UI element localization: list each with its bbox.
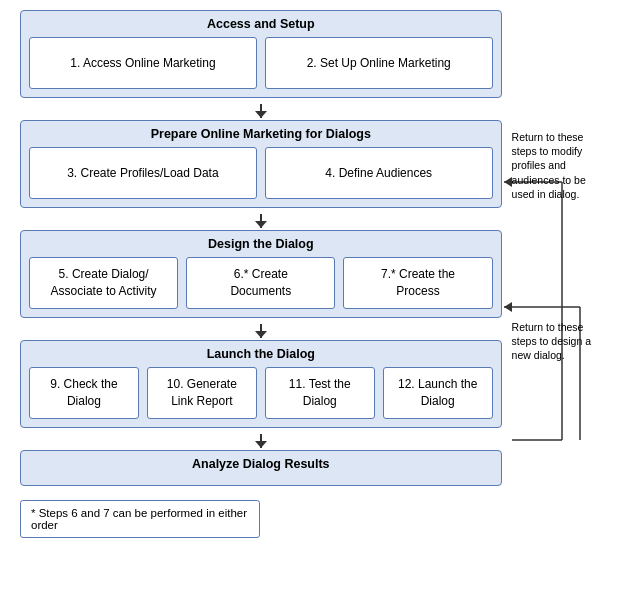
section-title-design: Design the Dialog [29,237,493,251]
box-create-dialog: 5. Create Dialog/ Associate to Activity [29,257,178,309]
box-access-marketing: 1. Access Online Marketing [29,37,257,89]
boxes-row-design: 5. Create Dialog/ Associate to Activity … [29,257,493,309]
box-generate-link: 10. Generate Link Report [147,367,257,419]
box-create-documents: 6.* Create Documents [186,257,335,309]
section-title-analyze: Analyze Dialog Results [29,457,493,471]
section-access-setup: Access and Setup 1. Access Online Market… [20,10,502,98]
section-analyze: Analyze Dialog Results [20,450,502,486]
arrow-down-2 [20,214,502,228]
annotation-return-prepare: Return to these steps to modify profiles… [512,130,594,201]
svg-marker-3 [504,177,512,187]
boxes-row-launch: 9. Check the Dialog 10. Generate Link Re… [29,367,493,419]
arrow-down-1 [20,104,502,118]
svg-marker-6 [504,302,512,312]
bottom-note: * Steps 6 and 7 can be performed in eith… [20,500,260,538]
box-setup-marketing: 2. Set Up Online Marketing [265,37,493,89]
right-panel: Return to these steps to modify profiles… [502,10,600,492]
flow-column: Access and Setup 1. Access Online Market… [20,10,502,492]
annotation-return-design: Return to these steps to design a new di… [512,320,594,363]
section-title-launch: Launch the Dialog [29,347,493,361]
feedback-arrows-svg [502,10,597,480]
box-create-process: 7.* Create the Process [343,257,492,309]
outer-wrapper: Access and Setup 1. Access Online Market… [20,10,600,492]
box-check-dialog: 9. Check the Dialog [29,367,139,419]
arrow-down-4 [20,434,502,448]
box-create-profiles: 3. Create Profiles/Load Data [29,147,257,199]
boxes-row-access: 1. Access Online Marketing 2. Set Up Onl… [29,37,493,89]
section-prepare: Prepare Online Marketing for Dialogs 3. … [20,120,502,208]
boxes-row-prepare: 3. Create Profiles/Load Data 4. Define A… [29,147,493,199]
section-title-prepare: Prepare Online Marketing for Dialogs [29,127,493,141]
arrow-down-3 [20,324,502,338]
box-define-audiences: 4. Define Audiences [265,147,493,199]
box-launch-dialog: 12. Launch the Dialog [383,367,493,419]
section-launch: Launch the Dialog 9. Check the Dialog 10… [20,340,502,428]
section-design: Design the Dialog 5. Create Dialog/ Asso… [20,230,502,318]
section-title-access-setup: Access and Setup [29,17,493,31]
box-test-dialog: 11. Test the Dialog [265,367,375,419]
diagram-container: Access and Setup 1. Access Online Market… [20,10,600,538]
